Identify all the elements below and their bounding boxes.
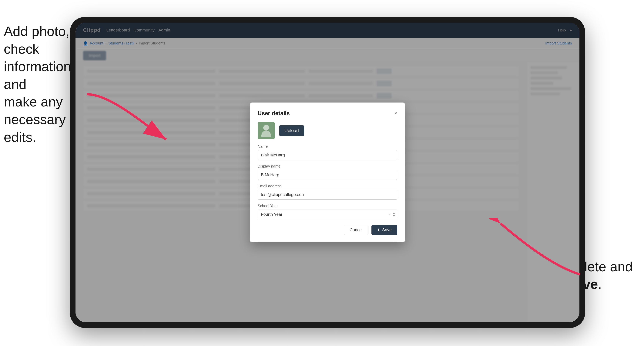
school-year-label: School Year [258, 204, 397, 208]
user-details-modal: User details × Upload Name Dis [250, 103, 405, 242]
email-label: Email address [258, 184, 397, 188]
modal-header: User details × [258, 110, 397, 117]
modal-footer: Cancel ⬆ Save [258, 225, 397, 235]
school-year-stepper[interactable]: ▲ ▼ [392, 211, 396, 217]
save-button[interactable]: ⬆ Save [372, 225, 397, 235]
modal-close-button[interactable]: × [394, 111, 397, 116]
name-label: Name [258, 144, 397, 149]
school-year-wrapper: × ▲ ▼ [258, 209, 397, 219]
display-name-label: Display name [258, 164, 397, 169]
display-name-input[interactable] [258, 170, 397, 180]
school-year-form-group: School Year × ▲ ▼ [258, 204, 397, 219]
cancel-button[interactable]: Cancel [344, 225, 368, 235]
tablet-screen: Clippd Leaderboard Community Admin Help … [76, 23, 580, 322]
email-form-group: Email address [258, 184, 397, 199]
display-name-form-group: Display name [258, 164, 397, 180]
save-icon: ⬆ [377, 228, 380, 232]
tablet-device: Clippd Leaderboard Community Admin Help … [70, 17, 585, 328]
name-form-group: Name [258, 144, 397, 160]
school-year-controls: × ▲ ▼ [389, 211, 396, 217]
upload-photo-button[interactable]: Upload [279, 125, 304, 136]
photo-section: Upload [258, 122, 397, 139]
user-photo-thumbnail [258, 122, 274, 139]
school-year-clear-button[interactable]: × [389, 212, 391, 217]
modal-title: User details [258, 110, 290, 117]
email-input[interactable] [258, 190, 397, 199]
modal-overlay: User details × Upload Name Dis [76, 23, 580, 322]
save-label: Save [382, 227, 392, 232]
name-input[interactable] [258, 150, 397, 160]
school-year-input[interactable] [258, 209, 397, 219]
